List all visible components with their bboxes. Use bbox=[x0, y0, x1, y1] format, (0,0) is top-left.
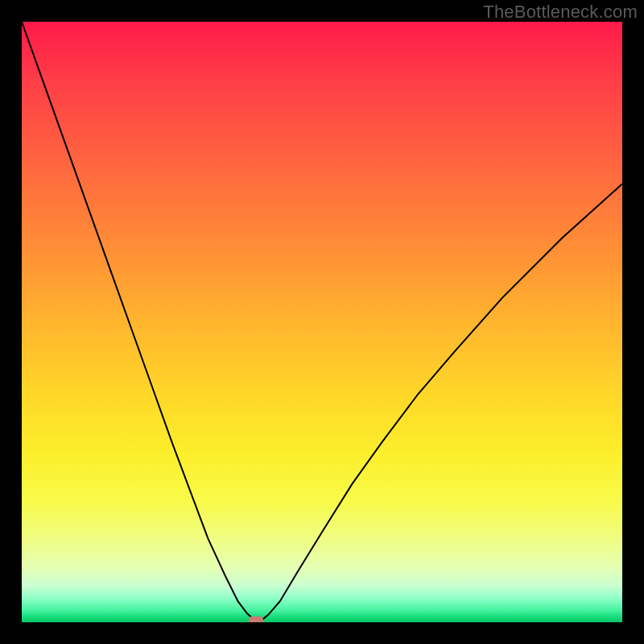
min-marker bbox=[249, 617, 263, 622]
chart-frame: TheBottleneck.com bbox=[0, 0, 644, 644]
plot-area bbox=[22, 22, 622, 622]
curve-layer bbox=[22, 22, 622, 622]
bottleneck-curve bbox=[22, 22, 622, 621]
watermark-text: TheBottleneck.com bbox=[483, 2, 638, 23]
